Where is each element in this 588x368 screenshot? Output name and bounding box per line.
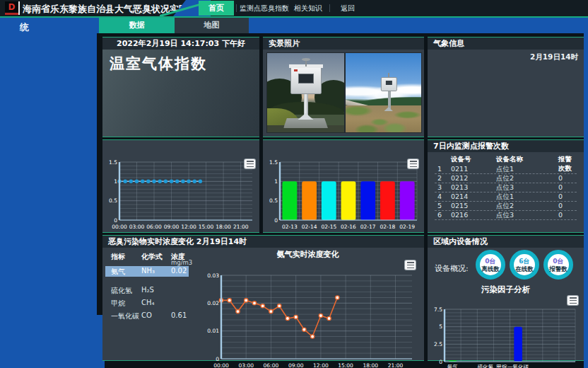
pollutant-name: 氨气 — [111, 267, 125, 277]
device-no: 0213 — [451, 183, 468, 192]
daily-index-chart: 02-1302-1402-1502-1602-1702-1802-1900.51… — [264, 155, 423, 230]
nh3-chart-title: 氨气实时浓度变化 — [201, 249, 414, 260]
svg-text:06:00: 06:00 — [146, 224, 162, 230]
pollutant-formula: CO — [141, 311, 152, 319]
alarm-count: 0 — [558, 165, 563, 173]
svg-text:02-18: 02-18 — [380, 224, 396, 230]
right-frame-strip — [584, 18, 588, 368]
photo1-cabinet-screen — [298, 74, 314, 84]
svg-text:1.5: 1.5 — [269, 159, 278, 166]
tab-data[interactable]: 数据 — [99, 18, 175, 33]
svg-text:0: 0 — [274, 217, 278, 224]
row-index: 5 — [437, 202, 442, 210]
photo2-cabinet-screen — [386, 81, 392, 85]
svg-text:06:00: 06:00 — [264, 362, 279, 368]
col-indicator: 指标 — [111, 252, 125, 262]
site-photo-1 — [266, 52, 345, 133]
photo2-ground — [346, 105, 421, 132]
row-index: 4 — [437, 192, 442, 201]
device-name: 点位2 — [496, 174, 514, 183]
chart-toolbox-icon[interactable] — [408, 159, 418, 168]
svg-text:09:00: 09:00 — [164, 224, 180, 230]
svg-text:21:00: 21:00 — [388, 362, 404, 368]
alarm-label: 报警数 — [548, 266, 569, 272]
photo2-station-cabinet — [381, 77, 397, 91]
alarm-count: 0 — [558, 174, 563, 183]
svg-text:7.5: 7.5 — [434, 306, 442, 313]
nav-separator — [288, 4, 288, 12]
alarm-row: 4 0214 点位1 0 — [435, 192, 577, 202]
odor-header: 恶臭污染物实时浓度变化 2月19日14时 — [102, 236, 424, 248]
panel-index-trend: 00:0003:0006:0009:0012:0015:0018:0021:00… — [102, 139, 259, 233]
index-trend-chart: 00:0003:0006:0009:0012:0015:0018:0021:00… — [104, 155, 258, 230]
top-header: D 海南省乐东黎族自治县大气恶臭状况实时发布系 首页 监测点恶臭指数 相关知识 … — [0, 0, 588, 18]
logo-glyph: D — [5, 1, 18, 13]
nav-odor-index[interactable]: 监测点恶臭指数 — [240, 1, 286, 16]
alarms-header: 7日内监测点报警次数 — [428, 140, 584, 152]
alarms-table: 设备号 设备名称 报警次数 1 0211 点位1 0 2 0212 点位2 0 … — [435, 155, 577, 220]
svg-text:12:00: 12:00 — [313, 362, 329, 368]
pollutant-name: 一氧化碳 — [111, 311, 139, 321]
nav-knowledge[interactable]: 相关知识 — [292, 1, 324, 16]
device-no: 0212 — [451, 174, 468, 183]
svg-text:0.5: 0.5 — [109, 197, 117, 204]
svg-text:02-13: 02-13 — [282, 224, 298, 230]
odor-table: 指标 化学式 浓度 mg/m3 氨气 NH₃ 0.02 硫化氢 H₂S 甲烷 C… — [102, 248, 198, 360]
offline-label: 离线数 — [480, 266, 501, 272]
svg-text:2.5: 2.5 — [434, 341, 442, 347]
datetime-header: 2022年2月19日 14:17:03 下午好 — [102, 38, 259, 50]
svg-text:5: 5 — [439, 323, 442, 330]
factor-analysis-chart: 氨气硫化氢甲烷一氧化碳02.557.5 — [430, 306, 581, 368]
svg-text:0: 0 — [114, 217, 117, 224]
nav-home[interactable]: 首页 — [199, 1, 234, 16]
online-label: 在线数 — [514, 266, 535, 272]
svg-text:0: 0 — [216, 356, 219, 362]
row-index: 6 — [437, 211, 442, 219]
app-logo: D — [5, 1, 20, 15]
weather-time: 2月19日14时 — [530, 52, 578, 62]
chart-toolbox-icon[interactable] — [568, 296, 578, 305]
alarm-row: 1 0211 点位1 0 — [435, 165, 577, 174]
alarm-row: 6 0216 点位3 0 — [435, 211, 577, 220]
photo1-antenna-cap — [302, 58, 310, 61]
device-name: 点位1 — [496, 192, 514, 201]
pollutant-value: 0.02 — [171, 267, 187, 275]
device-no: 0211 — [451, 165, 468, 173]
svg-text:氨气: 氨气 — [447, 364, 458, 368]
svg-text:1: 1 — [274, 178, 278, 185]
svg-text:09:00: 09:00 — [288, 362, 304, 368]
pollutant-formula: CH₄ — [141, 299, 155, 306]
row-index: 1 — [437, 165, 442, 173]
title-overflow-char: 统 — [20, 21, 29, 34]
col-device-name: 设备名称 — [496, 155, 523, 164]
device-no: 0216 — [451, 211, 468, 219]
pollutant-formula: NH₃ — [141, 267, 155, 275]
chart-toolbox-icon[interactable] — [245, 159, 255, 168]
svg-text:一氧化碳: 一氧化碳 — [507, 364, 529, 368]
tab-map[interactable]: 地图 — [175, 18, 249, 33]
col-formula: 化学式 — [141, 252, 163, 262]
greenhouse-index-title: 温室气体指数 — [110, 54, 207, 74]
svg-text:21:00: 21:00 — [233, 224, 249, 230]
photo1-antenna-stem — [305, 60, 307, 67]
svg-text:18:00: 18:00 — [363, 362, 378, 368]
panel-devices: 区域内设备情况 设备概况: 0台 离线数 6台 在线数 0台 报警数 污染因子分… — [428, 235, 584, 361]
svg-text:0: 0 — [439, 359, 442, 365]
pollutant-value: 0.61 — [171, 311, 187, 319]
svg-text:02-17: 02-17 — [360, 224, 376, 230]
photo2-station-pole — [388, 88, 391, 109]
badge-alarm: 0台 报警数 — [543, 250, 573, 280]
badge-online: 6台 在线数 — [510, 250, 539, 280]
alarm-row: 2 0212 点位2 0 — [435, 174, 577, 183]
svg-text:甲烷: 甲烷 — [496, 364, 507, 368]
panel-weather: 气象信息 2月19日14时 — [428, 37, 584, 137]
nh3-trend-chart: 00:0003:0006:0009:0012:0015:0018:0021:00… — [201, 271, 419, 368]
device-name: 点位1 — [496, 165, 514, 173]
odor-body: 指标 化学式 浓度 mg/m3 氨气 NH₃ 0.02 硫化氢 H₂S 甲烷 C… — [102, 248, 424, 360]
chart-toolbox-icon[interactable] — [405, 260, 416, 270]
panel-alarms: 7日内监测点报警次数 设备号 设备名称 报警次数 1 0211 点位1 0 2 … — [428, 139, 584, 233]
nav-back[interactable]: 返回 — [338, 1, 358, 16]
alarm-row: 5 0215 点位2 0 — [435, 202, 577, 211]
devices-header: 区域内设备情况 — [428, 236, 584, 248]
svg-text:03:00: 03:00 — [238, 362, 254, 368]
